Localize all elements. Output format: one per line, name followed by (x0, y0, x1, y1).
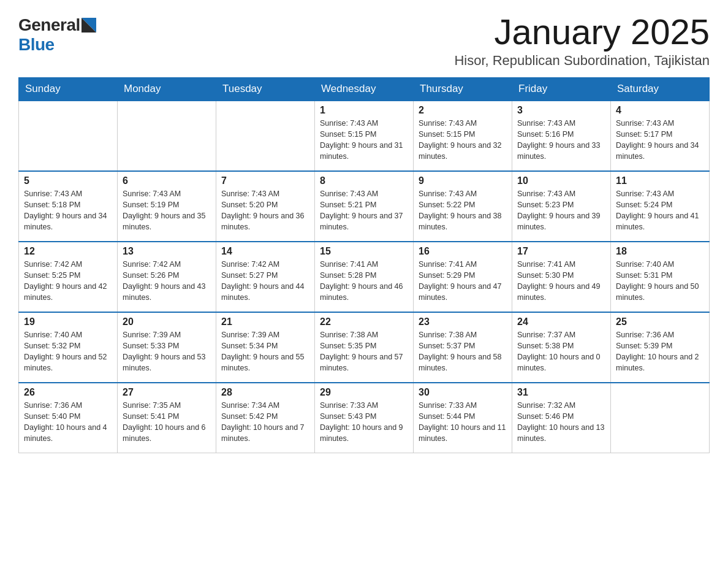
calendar-location: Hisor, Republican Subordination, Tajikis… (454, 53, 710, 69)
day-number: 26 (24, 387, 112, 398)
calendar-day-30: 30Sunrise: 7:33 AMSunset: 5:44 PMDayligh… (414, 383, 512, 453)
calendar-day-12: 12Sunrise: 7:42 AMSunset: 5:25 PMDayligh… (19, 242, 118, 312)
calendar-header-row: SundayMondayTuesdayWednesdayThursdayFrid… (19, 77, 710, 101)
day-info: Sunrise: 7:36 AMSunset: 5:39 PMDaylight:… (616, 329, 704, 374)
calendar-day-11: 11Sunrise: 7:43 AMSunset: 5:24 PMDayligh… (611, 171, 710, 242)
day-info: Sunrise: 7:43 AMSunset: 5:20 PMDaylight:… (221, 188, 309, 233)
day-number: 21 (221, 316, 309, 327)
day-number: 8 (320, 175, 408, 186)
logo-arrow-icon (82, 18, 96, 33)
day-info: Sunrise: 7:43 AMSunset: 5:15 PMDaylight:… (419, 118, 507, 163)
calendar-day-21: 21Sunrise: 7:39 AMSunset: 5:34 PMDayligh… (216, 312, 315, 383)
calendar-week-row: 1Sunrise: 7:43 AMSunset: 5:15 PMDaylight… (19, 101, 710, 171)
day-number: 6 (123, 175, 211, 186)
calendar-title: January 2025 (454, 12, 710, 52)
logo-line2: Blue (18, 35, 96, 55)
calendar-day-13: 13Sunrise: 7:42 AMSunset: 5:26 PMDayligh… (118, 242, 216, 312)
calendar-day-1: 1Sunrise: 7:43 AMSunset: 5:15 PMDaylight… (315, 101, 414, 171)
calendar-week-row: 5Sunrise: 7:43 AMSunset: 5:18 PMDaylight… (19, 171, 710, 242)
day-number: 10 (517, 175, 605, 186)
day-number: 4 (616, 105, 704, 116)
day-number: 3 (517, 105, 605, 116)
day-info: Sunrise: 7:43 AMSunset: 5:16 PMDaylight:… (517, 118, 605, 163)
col-header-tuesday: Tuesday (216, 77, 315, 101)
calendar-day-19: 19Sunrise: 7:40 AMSunset: 5:32 PMDayligh… (19, 312, 118, 383)
logo-general-text: General (18, 15, 80, 35)
calendar-empty-cell (19, 101, 118, 171)
calendar-day-29: 29Sunrise: 7:33 AMSunset: 5:43 PMDayligh… (315, 383, 414, 453)
day-info: Sunrise: 7:40 AMSunset: 5:32 PMDaylight:… (24, 329, 112, 374)
day-number: 31 (517, 387, 605, 398)
col-header-saturday: Saturday (611, 77, 710, 101)
day-info: Sunrise: 7:43 AMSunset: 5:18 PMDaylight:… (24, 188, 112, 233)
calendar-day-31: 31Sunrise: 7:32 AMSunset: 5:46 PMDayligh… (512, 383, 611, 453)
day-info: Sunrise: 7:41 AMSunset: 5:29 PMDaylight:… (419, 259, 507, 304)
calendar-day-20: 20Sunrise: 7:39 AMSunset: 5:33 PMDayligh… (118, 312, 216, 383)
day-number: 30 (419, 387, 507, 398)
day-info: Sunrise: 7:43 AMSunset: 5:17 PMDaylight:… (616, 118, 704, 163)
day-number: 2 (419, 105, 507, 116)
calendar-day-7: 7Sunrise: 7:43 AMSunset: 5:20 PMDaylight… (216, 171, 315, 242)
day-number: 11 (616, 175, 704, 186)
day-number: 20 (123, 316, 211, 327)
logo-blue-text: Blue (18, 35, 55, 54)
day-info: Sunrise: 7:39 AMSunset: 5:34 PMDaylight:… (221, 329, 309, 374)
calendar-week-row: 12Sunrise: 7:42 AMSunset: 5:25 PMDayligh… (19, 242, 710, 312)
day-number: 19 (24, 316, 112, 327)
day-info: Sunrise: 7:36 AMSunset: 5:40 PMDaylight:… (24, 400, 112, 445)
day-number: 15 (320, 246, 408, 257)
day-info: Sunrise: 7:34 AMSunset: 5:42 PMDaylight:… (221, 400, 309, 445)
day-info: Sunrise: 7:43 AMSunset: 5:24 PMDaylight:… (616, 188, 704, 233)
day-number: 9 (419, 175, 507, 186)
day-number: 25 (616, 316, 704, 327)
logo-line1: General (18, 15, 96, 35)
day-number: 27 (123, 387, 211, 398)
calendar-day-18: 18Sunrise: 7:40 AMSunset: 5:31 PMDayligh… (611, 242, 710, 312)
day-info: Sunrise: 7:38 AMSunset: 5:35 PMDaylight:… (320, 329, 408, 374)
day-info: Sunrise: 7:33 AMSunset: 5:43 PMDaylight:… (320, 400, 408, 445)
col-header-wednesday: Wednesday (315, 77, 414, 101)
calendar-day-10: 10Sunrise: 7:43 AMSunset: 5:23 PMDayligh… (512, 171, 611, 242)
col-header-thursday: Thursday (414, 77, 512, 101)
calendar-day-3: 3Sunrise: 7:43 AMSunset: 5:16 PMDaylight… (512, 101, 611, 171)
calendar-table: SundayMondayTuesdayWednesdayThursdayFrid… (18, 77, 710, 454)
logo-block: General Blue (18, 12, 96, 55)
calendar-day-22: 22Sunrise: 7:38 AMSunset: 5:35 PMDayligh… (315, 312, 414, 383)
calendar-day-24: 24Sunrise: 7:37 AMSunset: 5:38 PMDayligh… (512, 312, 611, 383)
day-number: 18 (616, 246, 704, 257)
day-info: Sunrise: 7:43 AMSunset: 5:22 PMDaylight:… (419, 188, 507, 233)
day-number: 29 (320, 387, 408, 398)
day-info: Sunrise: 7:41 AMSunset: 5:30 PMDaylight:… (517, 259, 605, 304)
day-info: Sunrise: 7:43 AMSunset: 5:23 PMDaylight:… (517, 188, 605, 233)
calendar-day-25: 25Sunrise: 7:36 AMSunset: 5:39 PMDayligh… (611, 312, 710, 383)
calendar-empty-cell (216, 101, 315, 171)
header-row: General Blue January 2025 Hisor, Republi… (18, 12, 710, 69)
calendar-empty-cell (118, 101, 216, 171)
day-number: 12 (24, 246, 112, 257)
day-number: 7 (221, 175, 309, 186)
calendar-week-row: 26Sunrise: 7:36 AMSunset: 5:40 PMDayligh… (19, 383, 710, 453)
calendar-day-28: 28Sunrise: 7:34 AMSunset: 5:42 PMDayligh… (216, 383, 315, 453)
day-info: Sunrise: 7:43 AMSunset: 5:19 PMDaylight:… (123, 188, 211, 233)
day-info: Sunrise: 7:40 AMSunset: 5:31 PMDaylight:… (616, 259, 704, 304)
calendar-week-row: 19Sunrise: 7:40 AMSunset: 5:32 PMDayligh… (19, 312, 710, 383)
calendar-day-2: 2Sunrise: 7:43 AMSunset: 5:15 PMDaylight… (414, 101, 512, 171)
day-info: Sunrise: 7:35 AMSunset: 5:41 PMDaylight:… (123, 400, 211, 445)
day-info: Sunrise: 7:43 AMSunset: 5:15 PMDaylight:… (320, 118, 408, 163)
calendar-day-16: 16Sunrise: 7:41 AMSunset: 5:29 PMDayligh… (414, 242, 512, 312)
col-header-friday: Friday (512, 77, 611, 101)
calendar-day-17: 17Sunrise: 7:41 AMSunset: 5:30 PMDayligh… (512, 242, 611, 312)
calendar-day-5: 5Sunrise: 7:43 AMSunset: 5:18 PMDaylight… (19, 171, 118, 242)
day-info: Sunrise: 7:43 AMSunset: 5:21 PMDaylight:… (320, 188, 408, 233)
day-number: 1 (320, 105, 408, 116)
day-number: 16 (419, 246, 507, 257)
day-number: 28 (221, 387, 309, 398)
day-info: Sunrise: 7:37 AMSunset: 5:38 PMDaylight:… (517, 329, 605, 374)
day-info: Sunrise: 7:33 AMSunset: 5:44 PMDaylight:… (419, 400, 507, 445)
calendar-day-15: 15Sunrise: 7:41 AMSunset: 5:28 PMDayligh… (315, 242, 414, 312)
day-info: Sunrise: 7:38 AMSunset: 5:37 PMDaylight:… (419, 329, 507, 374)
calendar-empty-cell (611, 383, 710, 453)
calendar-day-9: 9Sunrise: 7:43 AMSunset: 5:22 PMDaylight… (414, 171, 512, 242)
calendar-day-4: 4Sunrise: 7:43 AMSunset: 5:17 PMDaylight… (611, 101, 710, 171)
day-number: 5 (24, 175, 112, 186)
